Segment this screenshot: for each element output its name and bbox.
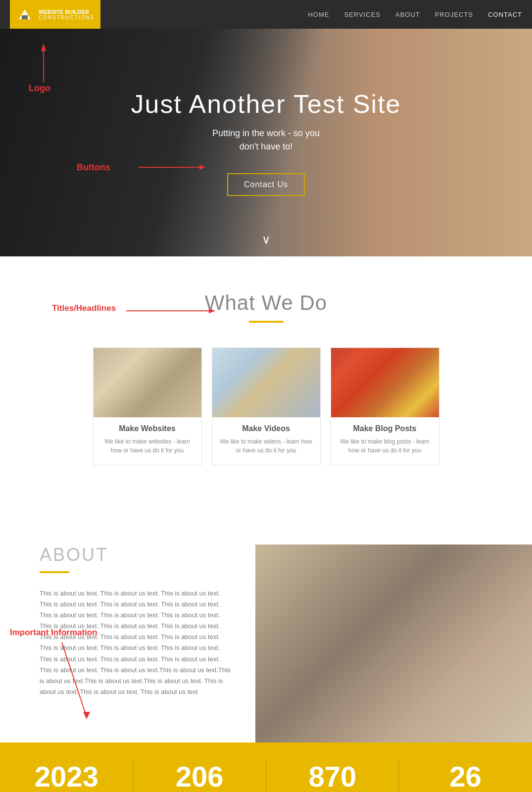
what-we-do-title: What We Do [10,291,522,315]
service-card-body-blog: Make Blog Posts We like to make blog pos… [331,417,439,455]
logo-icon [16,5,34,23]
contact-us-button[interactable]: Contact Us [227,173,305,196]
stat-projects: 206 Projects Completed [133,742,266,792]
hero-background: Just Another Test Site Putting in the wo… [0,29,532,256]
service-image-videos [212,348,320,417]
nav-contact[interactable]: CONTACT [488,11,522,18]
service-desc-videos: We like to make videos - learn how or ha… [220,437,312,455]
about-underline [40,571,69,573]
service-card-body-videos: Make Videos We like to make videos - lea… [212,417,320,455]
hero-content: Just Another Test Site Putting in the wo… [131,89,401,196]
nav-links: HOME SERVICES ABOUT PROJECTS CONTACT [308,11,522,18]
service-card-body-websites: Make Websites We like to make websites -… [94,417,201,455]
about-body-text: This is about us text. This is about us … [40,588,231,697]
service-image-blog [331,348,439,417]
nav-services[interactable]: SERVICES [344,11,381,18]
about-title: ABOUT [40,544,231,565]
about-section-wrapper: Important Information ABOUT This is abou… [0,505,532,742]
service-card-blog: Make Blog Posts We like to make blog pos… [331,347,439,465]
logo[interactable]: Website Builder CONSTRUCTIONS [10,0,100,29]
about-image-visual [255,544,532,742]
nav-about[interactable]: ABOUT [395,11,420,18]
service-title-websites: Make Websites [101,424,193,433]
service-title-blog: Make Blog Posts [339,424,431,433]
stat-projects-number: 206 [143,762,256,791]
service-title-videos: Make Videos [220,424,312,433]
about-section: ABOUT This is about us text. This is abo… [0,505,532,742]
service-card-websites: Make Websites We like to make websites -… [93,347,202,465]
stat-year-number: 2023 [10,762,123,791]
hero-title: Just Another Test Site [131,89,401,119]
svg-rect-2 [22,15,28,19]
scroll-down-chevron[interactable]: ∨ [262,233,271,247]
about-text-column: ABOUT This is about us text. This is abo… [0,544,255,742]
stat-contractors-number: 870 [276,762,389,791]
stat-awards-number: 26 [409,762,522,791]
hero-subtitle: Putting in the work - so you don't have … [131,127,401,153]
navigation: Website Builder CONSTRUCTIONS HOME SERVI… [0,0,532,29]
what-we-do-underline [249,321,284,323]
stat-year: 2023 Year Established [0,742,133,792]
services-grid: Make Websites We like to make websites -… [81,347,452,465]
what-we-do-section-wrapper: Titles/Headlines What We Do Make Website… [0,256,532,505]
stat-awards: 26 Awards Won [399,742,532,792]
stats-section: 2023 Year Established 206 Projects Compl… [0,742,532,792]
hero-section: Logo Buttons Just Another Test Site Putt… [0,29,532,256]
what-we-do-section: What We Do Make Websites We like to make… [0,256,532,505]
logo-text: Website Builder CONSTRUCTIONS [39,9,95,20]
about-image [255,544,532,742]
service-image-websites [94,348,201,417]
service-desc-websites: We like to make websites - learn how or … [101,437,193,455]
nav-projects[interactable]: PROJECTS [435,11,473,18]
stat-contractors: 870 Contractors Appointed [266,742,399,792]
service-desc-blog: We like to make blog posts - learn how o… [339,437,431,455]
nav-home[interactable]: HOME [308,11,329,18]
service-card-videos: Make Videos We like to make videos - lea… [212,347,321,465]
